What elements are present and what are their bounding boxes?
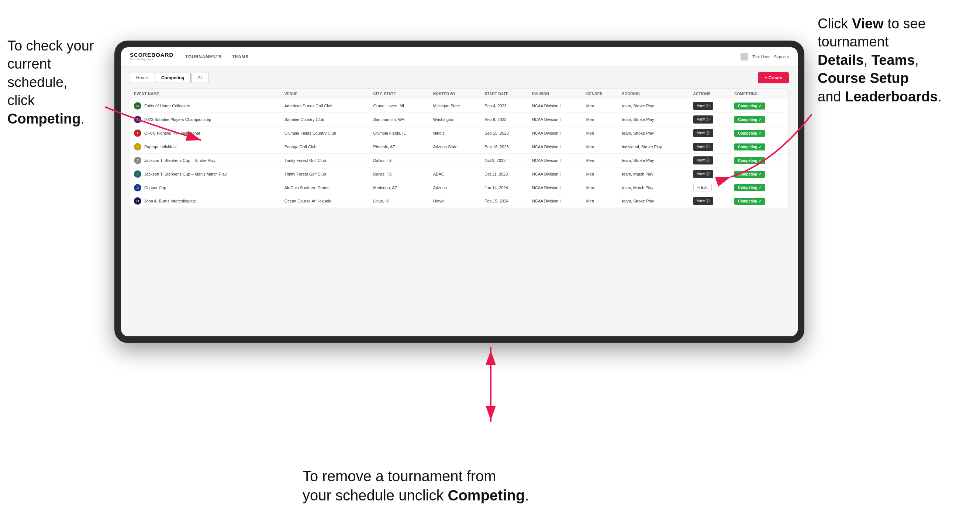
venue-cell: Papago Golf Club [281, 140, 370, 154]
event-name-cell: J Jackson T. Stephens Cup – Stroke Play [130, 154, 281, 167]
scoring-cell: team, Stroke Play [619, 154, 690, 167]
actions-cell: View ⓘ [690, 99, 731, 113]
scoring-cell: team, Stroke Play [619, 99, 690, 113]
competing-button[interactable]: Competing [734, 157, 765, 164]
signout-link[interactable]: Sign out [774, 55, 789, 59]
actions-cell: View ⓘ [690, 140, 731, 154]
event-name: Copper Cup [144, 186, 166, 190]
view-button[interactable]: View ⓘ [693, 116, 713, 124]
content-area: Home Competing All + Create EVENT NAME V… [121, 67, 798, 337]
nav-links: TOURNAMENTS TEAMS [185, 54, 741, 59]
tab-competing[interactable]: Competing [155, 73, 191, 83]
gender-cell: Men [582, 181, 619, 194]
table-row: J Jackson T. Stephens Cup – Stroke Play … [130, 154, 789, 167]
venue-cell: Trinity Forest Golf Club [281, 167, 370, 181]
competing-button[interactable]: Competing [734, 103, 765, 110]
tablet-frame: SCOREBOARD Powered by clippi TOURNAMENTS… [115, 41, 804, 343]
competing-cell: Competing [730, 181, 789, 194]
event-name: Papago Individual [144, 144, 177, 149]
venue-cell: Olympia Fields Country Club [281, 127, 370, 140]
city-cell: Phoenix, AZ [369, 140, 429, 154]
view-button[interactable]: View ⓘ [693, 170, 713, 178]
division-cell: NCAA Division I [528, 181, 582, 194]
scoring-cell: team, Stroke Play [619, 194, 690, 208]
annotation-right: Click View to seetournamentDetails, Team… [818, 15, 973, 106]
col-hosted: HOSTED BY [430, 89, 481, 99]
division-cell: NCAA Division I [528, 167, 582, 181]
col-city: CITY, STATE [369, 89, 429, 99]
gender-cell: Men [582, 140, 619, 154]
event-name: Jackson T. Stephens Cup – Stroke Play [144, 158, 215, 163]
competing-button[interactable]: Competing [734, 198, 765, 205]
edit-button[interactable]: ✏ Edit [693, 184, 712, 191]
brand: SCOREBOARD Powered by clippi [130, 52, 173, 61]
competing-button[interactable]: Competing [734, 130, 765, 137]
nav-right: Test User Sign out [741, 53, 789, 60]
competing-cell: Competing [730, 99, 789, 113]
venue-cell: Trinity Forest Golf Club [281, 154, 370, 167]
nav-teams[interactable]: TEAMS [232, 54, 249, 59]
team-logo: I [134, 129, 141, 137]
competing-cell: Competing [730, 140, 789, 154]
start-date-cell: Oct 11, 2023 [481, 167, 528, 181]
actions-cell: View ⓘ [690, 113, 731, 127]
view-button[interactable]: View ⓘ [693, 197, 713, 205]
competing-cell: Competing [730, 194, 789, 208]
filter-tabs: Home Competing All [130, 73, 209, 83]
hosted-cell: Michigan State [430, 99, 481, 113]
scoring-cell: team, Stroke Play [619, 127, 690, 140]
team-logo: J [134, 157, 141, 164]
table-row: H John A. Burns Intercollegiate Ocean Co… [130, 194, 789, 208]
city-cell: Grand Haven, MI [369, 99, 429, 113]
col-competing: COMPETING [730, 89, 789, 99]
event-name-cell: P Papago Individual [130, 140, 281, 154]
scoring-cell: team, Match Play [619, 167, 690, 181]
hosted-cell: Washington [430, 113, 481, 127]
actions-cell: View ⓘ [690, 194, 731, 208]
view-button[interactable]: View ⓘ [693, 102, 713, 110]
division-cell: NCAA Division I [528, 113, 582, 127]
gender-cell: Men [582, 127, 619, 140]
city-cell: Dallas, TX [369, 167, 429, 181]
competing-button[interactable]: Competing [734, 184, 765, 191]
actions-cell: View ⓘ [690, 167, 731, 181]
annotation-bottom: To remove a tournament fromyour schedule… [302, 467, 561, 505]
event-name-cell: J Jackson T. Stephens Cup – Men's Match … [130, 167, 281, 181]
competing-button[interactable]: Competing [734, 143, 765, 151]
col-event-name: EVENT NAME [130, 89, 281, 99]
event-name: OFCC Fighting Illini Invitational [144, 131, 200, 135]
city-cell: Dallas, TX [369, 154, 429, 167]
competing-cell: Competing [730, 127, 789, 140]
start-date-cell: Oct 9, 2023 [481, 154, 528, 167]
team-logo: H [134, 197, 141, 205]
tab-home[interactable]: Home [130, 73, 154, 83]
table-row: J Jackson T. Stephens Cup – Men's Match … [130, 167, 789, 181]
tab-all[interactable]: All [191, 73, 209, 83]
hosted-cell: Arizona [430, 181, 481, 194]
division-cell: NCAA Division I [528, 127, 582, 140]
view-button[interactable]: View ⓘ [693, 143, 713, 151]
col-scoring: SCORING [619, 89, 690, 99]
team-logo: G [134, 102, 141, 110]
hosted-cell: Arizona State [430, 140, 481, 154]
view-button[interactable]: View ⓘ [693, 156, 713, 165]
team-logo: A [134, 184, 141, 191]
competing-button[interactable]: Competing [734, 116, 765, 123]
create-button[interactable]: + Create [758, 72, 789, 83]
table-row: P Papago Individual Papago Golf ClubPhoe… [130, 140, 789, 154]
annotation-bottom-text: To remove a tournament fromyour schedule… [302, 468, 529, 503]
nav-tournaments[interactable]: TOURNAMENTS [185, 54, 222, 59]
division-cell: NCAA Division I [528, 99, 582, 113]
city-cell: Sammamish, WA [369, 113, 429, 127]
gender-cell: Men [582, 99, 619, 113]
col-division: DIVISION [528, 89, 582, 99]
gender-cell: Men [582, 113, 619, 127]
tablet-screen: SCOREBOARD Powered by clippi TOURNAMENTS… [121, 47, 798, 337]
event-name-cell: H John A. Burns Intercollegiate [130, 194, 281, 208]
view-button[interactable]: View ⓘ [693, 129, 713, 137]
venue-cell: Ocean Course At Hokuala [281, 194, 370, 208]
navbar: SCOREBOARD Powered by clippi TOURNAMENTS… [121, 47, 798, 67]
competing-button[interactable]: Competing [734, 171, 765, 178]
hosted-cell: ABAC [430, 167, 481, 181]
table-row: A Copper Cup Ak-Chin Southern DunesMaric… [130, 181, 789, 194]
